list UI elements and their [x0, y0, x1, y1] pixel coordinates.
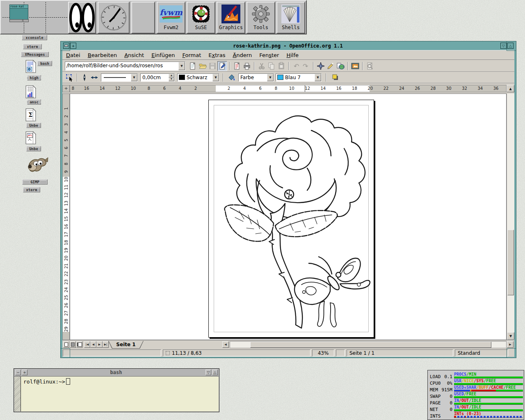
open-document-icon[interactable] [198, 61, 208, 71]
terminal-content[interactable]: rolf@linux:~> [14, 376, 219, 411]
terminal-scrollbar[interactable] [14, 377, 21, 411]
ruler-origin-button[interactable]: + [62, 85, 70, 92]
menu-hilfe[interactable]: Hilfe [283, 51, 302, 59]
url-dropdown-icon[interactable]: ▼ [178, 62, 185, 70]
desktop-icon-high[interactable]: high [27, 75, 41, 80]
scroll-up-icon[interactable]: ▲ [507, 85, 514, 92]
fill-color-combobox[interactable]: Blau 7 ▼ [276, 73, 322, 82]
redo-icon[interactable]: ↷ [301, 61, 311, 71]
fill-type-dropdown-icon[interactable]: ▼ [267, 74, 274, 81]
view-mode-background-button[interactable] [70, 341, 76, 348]
pager-mini-window[interactable] [9, 19, 23, 22]
fill-color-dropdown-icon[interactable]: ▼ [315, 74, 321, 81]
desktop-icon-xterm[interactable]: xterm [23, 187, 40, 192]
math-document-icon[interactable]: Σ [25, 108, 36, 121]
window-corner-handle[interactable] [507, 41, 516, 51]
window-corner-handle[interactable] [507, 348, 516, 358]
terminal-iconify-button[interactable]: − [15, 370, 21, 375]
select-tool-icon[interactable] [65, 73, 75, 82]
shadow-toggle-icon[interactable] [331, 73, 340, 82]
navigator-icon[interactable] [316, 61, 326, 71]
xeyes-applet[interactable] [68, 2, 96, 34]
export-pdf-icon[interactable] [232, 61, 242, 71]
window-corner-handle[interactable] [61, 348, 70, 358]
terminal-maximize-button[interactable]: △ [212, 370, 218, 375]
window-corner-handle[interactable] [61, 41, 70, 51]
arrow-ends-icon[interactable] [89, 73, 99, 82]
menu-extras[interactable]: Extras [205, 51, 229, 59]
window-shade-button[interactable]: ▽ [500, 43, 507, 49]
edit-file-icon[interactable] [217, 61, 227, 71]
line-color-dropdown-icon[interactable]: ▼ [212, 74, 219, 81]
undo-icon[interactable]: ↶ [291, 61, 301, 71]
page-tab[interactable]: Seite 1 [108, 341, 144, 349]
horizontal-scrollbar-thumb[interactable] [250, 342, 491, 348]
launcher-tools[interactable]: Tools [247, 2, 275, 34]
terminal-sticky-button[interactable]: + [22, 370, 27, 375]
url-combobox[interactable]: /home/rolf/Bilder-und-Sounds/rosen/ros ▼ [65, 62, 185, 71]
vertical-ruler[interactable]: 1234567891011121314151617181920212223242… [62, 94, 70, 340]
view-mode-drawing-button[interactable] [63, 341, 69, 348]
line-width-value[interactable]: 0,00cm [141, 75, 169, 80]
cut-icon[interactable] [257, 61, 267, 71]
vertical-scrollbar[interactable]: ▼ [507, 94, 514, 340]
menu-ändern[interactable]: Ändern [229, 51, 256, 59]
gallery-icon[interactable] [350, 61, 360, 71]
terminal-titlebar[interactable]: − + bash ▽ △ [14, 369, 219, 376]
launcher-fvwm2[interactable]: fvwmFvwm2 [157, 2, 185, 34]
next-page-icon[interactable]: ▶ [96, 341, 103, 348]
print-file-icon[interactable] [242, 61, 252, 71]
launcher-shells[interactable]: Shells [276, 2, 305, 34]
drawing-canvas[interactable] [70, 94, 507, 340]
save-document-icon[interactable] [208, 61, 217, 71]
menu-einfügen[interactable]: Einfügen [148, 51, 178, 59]
xclock-applet[interactable] [98, 2, 130, 34]
openoffice-titlebar[interactable]: + rose-kathrin.png - OpenOffice.org 1.1 … [62, 42, 514, 49]
fill-type-value[interactable]: Farbe [239, 75, 267, 80]
launcher-graphics[interactable]: Graphics [217, 2, 245, 34]
last-page-icon[interactable]: ▶| [103, 341, 109, 348]
status-page-field[interactable]: Seite 1 / 1 [347, 349, 453, 356]
scroll-left-icon[interactable]: ◀ [222, 341, 229, 348]
status-zoom-field[interactable]: 43% [312, 349, 334, 356]
line-width-spinner[interactable]: ▲▼ [169, 74, 174, 81]
menu-datei[interactable]: Datei [62, 51, 84, 59]
line-color-combobox[interactable]: Schwarz ▼ [177, 73, 219, 82]
hyperlink-icon[interactable] [336, 61, 345, 71]
edit-points-icon[interactable] [326, 61, 336, 71]
desktop-icon-xmessages[interactable]: XMessages [21, 52, 49, 57]
scroll-down-icon[interactable]: ▼ [507, 332, 514, 340]
paste-icon[interactable] [276, 61, 286, 71]
terminal-shade-button[interactable]: ▽ [205, 370, 211, 375]
line-width-field[interactable]: 0,00cm ▲▼ [140, 73, 175, 82]
fill-style-icon[interactable] [227, 73, 237, 82]
drawing-page[interactable] [208, 100, 374, 338]
menu-fenster[interactable]: Fenster [256, 51, 283, 59]
window-sticky-button[interactable]: + [70, 43, 76, 49]
line-style-combobox[interactable]: ▼ [101, 73, 138, 82]
pager-mini-window[interactable] [23, 19, 29, 22]
menu-bearbeiten[interactable]: Bearbeiten [84, 51, 121, 59]
impress-document-icon[interactable] [25, 131, 36, 144]
menu-ansicht[interactable]: Ansicht [121, 51, 148, 59]
line-style-icon[interactable] [80, 73, 89, 82]
fill-color-value[interactable]: Blau 7 [283, 75, 315, 80]
zoom-icon[interactable] [365, 61, 375, 71]
line-color-value[interactable]: Schwarz [185, 75, 212, 80]
status-style-field[interactable]: Standard [455, 349, 508, 356]
new-document-icon[interactable] [188, 61, 198, 71]
fill-type-combobox[interactable]: Farbe ▼ [238, 73, 274, 82]
desktop-icon-xterm[interactable]: xterm [23, 44, 42, 49]
line-style-dropdown-icon[interactable]: ▼ [131, 74, 137, 81]
previous-page-icon[interactable]: ◀ [90, 341, 96, 348]
menu-format[interactable]: Format [179, 51, 205, 59]
desktop-icon-gimp[interactable]: GIMP [22, 179, 48, 185]
launcher-suse[interactable]: SuSE [187, 2, 215, 34]
gimp-wilber-icon[interactable] [26, 156, 48, 174]
copy-icon[interactable] [267, 61, 276, 71]
scroll-right-icon[interactable]: ▶ [507, 341, 514, 348]
desktop-pager[interactable]: rose-kat [2, 2, 67, 33]
first-page-icon[interactable]: |◀ [84, 341, 90, 348]
horizontal-scrollbar[interactable] [230, 341, 507, 348]
desktop-icon-xconsole[interactable]: xconsole [22, 35, 47, 40]
